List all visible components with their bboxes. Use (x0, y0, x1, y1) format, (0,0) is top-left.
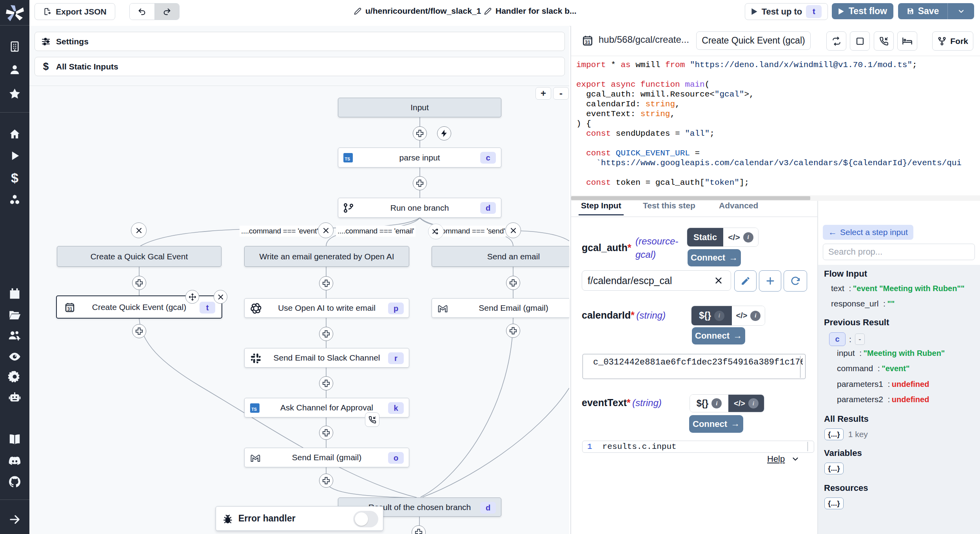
svg-text:31: 31 (585, 40, 590, 45)
